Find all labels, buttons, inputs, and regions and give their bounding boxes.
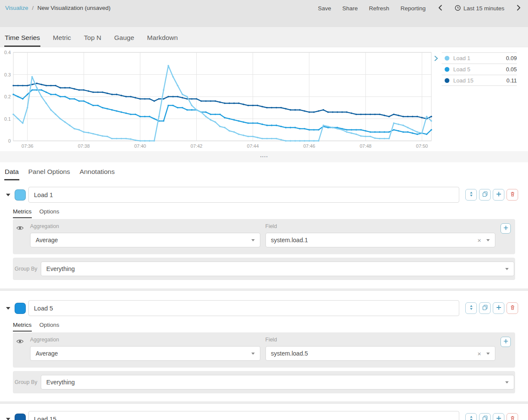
clear-field-button[interactable]: ×	[477, 237, 486, 244]
tab-panel-options[interactable]: Panel Options	[28, 168, 70, 180]
group-by-value: Everything	[46, 379, 75, 386]
trash-icon	[510, 304, 516, 312]
tab-annotations[interactable]: Annotations	[79, 168, 115, 180]
field-value: system.load.5	[271, 350, 308, 357]
field-value: system.load.1	[271, 237, 308, 243]
time-back-button[interactable]	[437, 4, 443, 12]
chart-canvas: 00.10.20.30.407:3607:3807:4007:4207:4407…	[0, 47, 434, 151]
caret-down-icon[interactable]	[6, 194, 10, 196]
series-color-swatch[interactable]	[15, 414, 26, 420]
reporting-button[interactable]: Reporting	[400, 5, 426, 12]
timeseries-chart: 00.10.20.30.407:3607:3807:4007:4207:4407…	[0, 47, 528, 151]
eye-icon[interactable]	[16, 337, 25, 361]
tab-metrics[interactable]: Metrics	[13, 208, 32, 218]
series-color-dot	[445, 78, 449, 83]
add-metric-button[interactable]	[501, 337, 511, 347]
series-label-input[interactable]	[28, 411, 459, 420]
legend-item-load-1[interactable]: Load 1 0.09	[442, 52, 517, 64]
add-series-button[interactable]	[493, 189, 504, 201]
legend-label: Load 1	[453, 55, 470, 61]
tab-time-series[interactable]: Time Series	[4, 34, 40, 47]
refresh-button[interactable]: Refresh	[369, 5, 389, 12]
delete-series-button[interactable]	[507, 189, 518, 201]
field-select[interactable]: system.load.5 ×	[266, 346, 496, 361]
vis-type-tabbar: Time Series Metric Top N Gauge Markdown	[0, 27, 528, 47]
group-by-value: Everything	[46, 265, 75, 272]
legend-item-load-5[interactable]: Load 5 0.05	[442, 64, 517, 75]
group-by-panel: Group By Everything	[13, 258, 515, 280]
field-label: Field	[266, 223, 496, 229]
editor-tabbar: Data Panel Options Annotations	[0, 162, 528, 180]
aggregation-label: Aggregation	[30, 223, 260, 229]
aggregation-value: Average	[36, 350, 58, 357]
svg-text:0.3: 0.3	[4, 72, 11, 77]
series-color-swatch[interactable]	[15, 189, 26, 201]
group-by-select[interactable]: Everything	[41, 262, 514, 276]
reorder-series-button[interactable]	[465, 413, 477, 420]
series-divider	[0, 289, 528, 291]
breadcrumb-current: New Visualization (unsaved)	[37, 5, 110, 11]
timepicker-label: Last 15 minutes	[464, 5, 504, 12]
eye-icon[interactable]	[16, 223, 25, 247]
breadcrumb-visualize-link[interactable]: Visualize	[5, 5, 28, 11]
tab-options[interactable]: Options	[40, 208, 60, 218]
clock-icon	[455, 5, 461, 12]
caret-down-icon	[486, 239, 490, 241]
clone-series-button[interactable]	[479, 413, 491, 420]
legend-collapse-button[interactable]	[434, 52, 442, 86]
clone-series-button[interactable]	[479, 189, 491, 201]
series-color-swatch[interactable]	[15, 303, 26, 314]
series-label-input[interactable]	[28, 187, 459, 203]
delete-series-button[interactable]	[507, 302, 518, 314]
aggregation-label: Aggregation	[30, 337, 260, 343]
chart-legend: Load 1 0.09 Load 5 0.05 Load 15 0.11	[434, 52, 528, 86]
series-label-input[interactable]	[28, 300, 459, 316]
svg-text:07:50: 07:50	[416, 143, 428, 149]
tab-options[interactable]: Options	[40, 322, 60, 332]
reorder-series-button[interactable]	[465, 302, 477, 314]
plus-icon	[503, 338, 509, 346]
save-button[interactable]: Save	[318, 5, 331, 12]
tab-metric[interactable]: Metric	[52, 34, 71, 47]
drag-handle[interactable]: ····	[260, 155, 268, 158]
tab-data[interactable]: Data	[4, 168, 19, 180]
aggregation-select[interactable]: Average	[30, 233, 260, 247]
reorder-icon	[468, 191, 474, 199]
caret-down-icon[interactable]	[6, 307, 10, 310]
clear-field-button[interactable]: ×	[477, 350, 486, 357]
series-tabbar: Metrics Options	[13, 322, 528, 332]
svg-text:0.1: 0.1	[4, 116, 11, 122]
add-series-button[interactable]	[493, 302, 504, 314]
clone-series-button[interactable]	[479, 302, 491, 314]
legend-value: 0.05	[506, 66, 517, 73]
time-forward-button[interactable]	[516, 4, 522, 12]
aggregation-select[interactable]: Average	[30, 346, 260, 361]
caret-down-icon	[486, 353, 490, 355]
delete-series-button[interactable]	[507, 413, 518, 420]
series-header-row	[0, 300, 528, 316]
share-button[interactable]: Share	[342, 5, 358, 12]
tab-top-n[interactable]: Top N	[83, 34, 102, 47]
breadcrumb-separator: /	[30, 5, 36, 11]
svg-text:07:46: 07:46	[303, 143, 315, 149]
field-select[interactable]: system.load.1 ×	[266, 233, 496, 247]
group-by-label: Group By	[15, 379, 37, 385]
legend-item-load-15[interactable]: Load 15 0.11	[442, 75, 517, 86]
series-header-row	[0, 411, 528, 420]
trash-icon	[510, 191, 516, 199]
app-header: Visualize / New Visualization (unsaved) …	[0, 0, 528, 27]
series-divider	[0, 402, 528, 404]
reorder-series-button[interactable]	[465, 189, 477, 201]
tab-markdown[interactable]: Markdown	[146, 34, 178, 47]
timepicker-button[interactable]: Last 15 minutes	[455, 5, 504, 12]
series-header-row	[0, 187, 528, 203]
tab-gauge[interactable]: Gauge	[114, 34, 135, 47]
group-by-select[interactable]: Everything	[41, 375, 514, 390]
plus-icon	[496, 191, 502, 199]
tab-metrics[interactable]: Metrics	[13, 322, 32, 332]
add-series-button[interactable]	[493, 413, 504, 420]
add-metric-button[interactable]	[501, 223, 511, 234]
svg-text:0.4: 0.4	[4, 50, 11, 55]
series-editor-load-1: Metrics Options Aggregation Average Fiel…	[0, 187, 528, 280]
caret-down-icon[interactable]	[6, 418, 10, 420]
